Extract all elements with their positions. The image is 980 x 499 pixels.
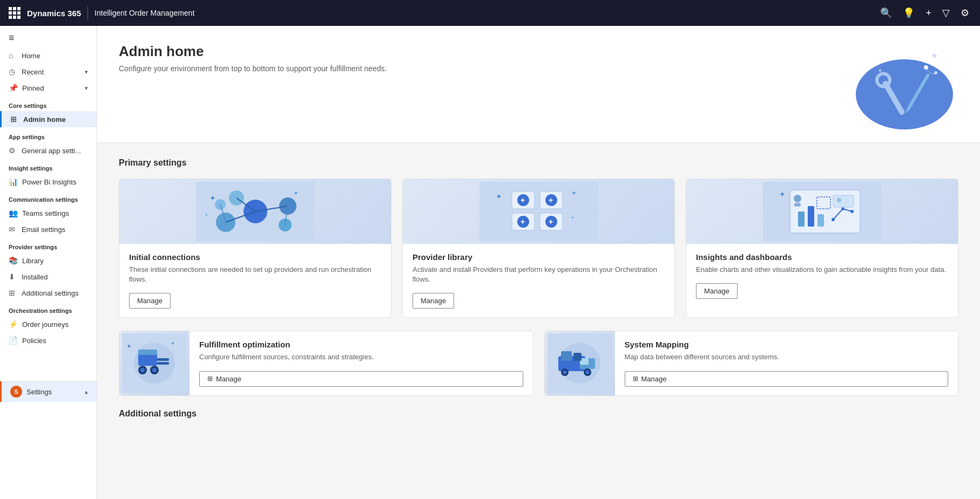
- recent-label: Recent: [22, 68, 80, 76]
- fulfillment-title: Fulfillment optimization: [199, 340, 523, 349]
- svg-point-0: [856, 59, 953, 129]
- sidebar-item-pinned[interactable]: 📌 Pinned ▾: [0, 80, 97, 96]
- svg-point-65: [140, 368, 145, 372]
- svg-rect-80: [573, 353, 582, 361]
- card-body-connections: Initial connections These initial connec…: [119, 244, 391, 317]
- sidebar-item-order-journeys[interactable]: ⚡ Order journeys: [0, 316, 97, 332]
- installed-label: Installed: [22, 273, 88, 281]
- power-bi-label: Power Bi Insights: [22, 178, 88, 186]
- core-settings-header: Core settings: [0, 96, 97, 111]
- library-icon: 📚: [9, 256, 18, 265]
- svg-rect-47: [808, 206, 814, 227]
- communication-settings-header: Communication settings: [0, 190, 97, 205]
- wide-cards-grid: ✦ ✦ Fulfillment optimization Configure f…: [119, 331, 958, 395]
- svg-rect-79: [561, 351, 572, 361]
- sidebar-item-teams[interactable]: 👥 Teams settings: [0, 205, 97, 221]
- sidebar-bottom-settings[interactable]: S Settings ▴: [0, 381, 97, 402]
- card-image-provider: + + + + ✦ ✦ ✦: [403, 179, 674, 244]
- provider-title: Provider library: [413, 252, 665, 262]
- card-provider-library: + + + + ✦ ✦ ✦: [402, 179, 675, 318]
- pinned-label: Pinned: [22, 84, 80, 92]
- svg-point-54: [794, 195, 801, 202]
- manage-table-icon: ⊞: [207, 375, 213, 382]
- hero-section: Admin home Configure your environment fr…: [97, 26, 980, 143]
- order-journeys-label: Order journeys: [22, 320, 88, 329]
- insights-manage-label: Manage: [704, 287, 729, 295]
- settings-icon[interactable]: ⚙: [958, 5, 971, 21]
- email-label: Email settings: [22, 225, 88, 234]
- connections-desc: These initial connections are needed to …: [129, 265, 381, 284]
- sidebar-item-installed[interactable]: ⬇ Installed: [0, 269, 97, 285]
- sidebar-item-policies[interactable]: 📄 Policies: [0, 332, 97, 348]
- general-app-label: General app setti...: [22, 147, 88, 155]
- svg-point-49: [832, 218, 835, 221]
- recent-chevron: ▾: [85, 69, 88, 76]
- svg-text:✦: ✦: [930, 51, 938, 61]
- sidebar-item-general-app[interactable]: ⚙ General app setti...: [0, 142, 97, 159]
- sidebar-item-admin-home[interactable]: ⊞ Admin home: [0, 111, 97, 127]
- svg-point-51: [850, 210, 854, 213]
- sidebar-item-recent[interactable]: ◷ Recent ▾: [0, 64, 97, 80]
- connections-manage-label: Manage: [137, 297, 163, 305]
- help-icon[interactable]: 💡: [901, 5, 917, 21]
- settings-label: Settings: [26, 388, 52, 396]
- svg-text:✦: ✦: [204, 212, 208, 218]
- library-label: Library: [22, 257, 88, 265]
- orchestration-settings-header: Orchestration settings: [0, 301, 97, 316]
- mapping-manage-label: Manage: [641, 375, 667, 383]
- svg-rect-46: [798, 211, 805, 227]
- additional-icon: ⊞: [9, 289, 17, 297]
- policies-icon: 📄: [9, 336, 18, 345]
- filter-icon[interactable]: ▽: [940, 5, 952, 21]
- provider-manage-label: Manage: [421, 297, 446, 305]
- svg-text:✦: ✦: [126, 343, 132, 350]
- sidebar-item-additional[interactable]: ⊞ Additional settings: [0, 285, 97, 301]
- teams-icon: 👥: [9, 209, 18, 217]
- provider-desc: Activate and install Providers that perf…: [413, 265, 665, 284]
- search-icon[interactable]: 🔍: [878, 5, 894, 21]
- settings-chevron: ▴: [85, 388, 88, 395]
- sidebar-item-library[interactable]: 📚 Library: [0, 252, 97, 269]
- card-fulfillment: ✦ ✦ Fulfillment optimization Configure f…: [119, 331, 533, 395]
- svg-text:+: +: [549, 196, 553, 204]
- svg-point-67: [152, 368, 157, 372]
- svg-rect-61: [138, 350, 157, 355]
- connections-manage-button[interactable]: Manage: [129, 293, 171, 309]
- insights-title: Insights and dashboards: [696, 252, 948, 262]
- insights-manage-button[interactable]: Manage: [696, 283, 738, 299]
- svg-rect-63: [157, 362, 169, 365]
- main-content: Admin home Configure your environment fr…: [97, 26, 980, 499]
- app-name: Intelligent Order Management: [94, 9, 194, 17]
- sidebar: ≡ ⌂ Home ◷ Recent ▾ 📌 Pinned ▾ Core sett…: [0, 26, 97, 499]
- admin-home-icon: ⊞: [10, 115, 19, 124]
- order-journeys-icon: ⚡: [9, 320, 18, 329]
- pin-icon: 📌: [9, 84, 18, 92]
- svg-text:+: +: [521, 196, 525, 204]
- provider-manage-button[interactable]: Manage: [413, 293, 454, 309]
- sidebar-item-home[interactable]: ⌂ Home: [0, 47, 97, 64]
- mapping-manage-icon: ⊞: [633, 375, 638, 382]
- hero-image: ✦ ✦ ✦: [850, 43, 958, 129]
- svg-text:+: +: [549, 217, 553, 226]
- svg-rect-52: [833, 195, 854, 207]
- svg-rect-55: [794, 203, 801, 207]
- settings-avatar: S: [10, 386, 22, 398]
- sidebar-item-email[interactable]: ✉ Email settings: [0, 221, 97, 237]
- card-image-fulfillment: ✦ ✦: [119, 331, 190, 395]
- card-image-mapping: [545, 331, 615, 395]
- card-body-fulfillment: Fulfillment optimization Configure fulfi…: [190, 331, 533, 395]
- sidebar-item-power-bi[interactable]: 📊 Power Bi Insights: [0, 174, 97, 190]
- add-icon[interactable]: +: [923, 5, 934, 21]
- teams-label: Teams settings: [22, 209, 88, 217]
- mapping-manage-button[interactable]: ⊞ Manage: [625, 371, 949, 387]
- mapping-title: System Mapping: [625, 340, 949, 349]
- email-icon: ✉: [9, 225, 17, 234]
- sidebar-item-menu[interactable]: ≡: [0, 26, 97, 47]
- fulfillment-manage-button[interactable]: ⊞ Manage: [199, 371, 523, 387]
- policies-label: Policies: [22, 337, 88, 345]
- recent-icon: ◷: [9, 67, 17, 76]
- brand-name[interactable]: Dynamics 365: [27, 9, 81, 18]
- pinned-chevron: ▾: [85, 85, 88, 92]
- svg-text:✦: ✦: [570, 215, 575, 221]
- app-grid-icon[interactable]: [9, 7, 21, 19]
